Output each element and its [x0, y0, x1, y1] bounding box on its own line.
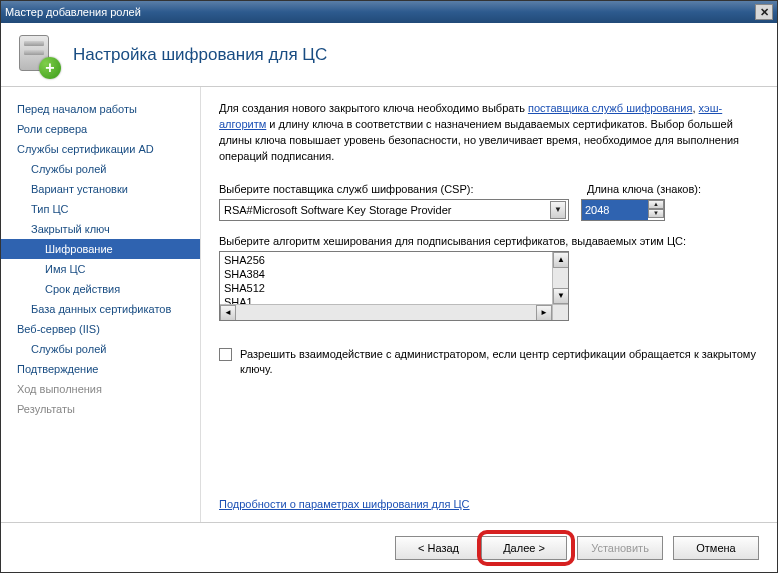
wizard-header: + Настройка шифрования для ЦС: [1, 23, 777, 87]
encryption-details-link[interactable]: Подробности о параметрах шифрования для …: [219, 498, 759, 510]
hash-option-sha384[interactable]: SHA384: [222, 267, 566, 281]
close-button[interactable]: ✕: [755, 4, 773, 20]
cancel-button[interactable]: Отмена: [673, 536, 759, 560]
wizard-main: Для создания нового закрытого ключа необ…: [201, 87, 777, 522]
wizard-footer: < Назад Далее > Установить Отмена: [1, 522, 777, 572]
hash-label: Выберите алгоритм хеширования для подпис…: [219, 235, 759, 247]
allow-admin-label: Разрешить взаимодействие с администратор…: [240, 347, 759, 378]
sidebar-item-15: Результаты: [1, 399, 200, 419]
intro-post: и длину ключа в соответствии с назначени…: [219, 118, 739, 162]
sidebar-item-11[interactable]: Веб-сервер (IIS): [1, 319, 200, 339]
hash-listbox[interactable]: SHA256SHA384SHA512SHA1 ▲ ▼ ◄ ►: [219, 251, 569, 321]
chevron-down-icon[interactable]: ▼: [550, 201, 566, 219]
sidebar-item-2[interactable]: Службы сертификации AD: [1, 139, 200, 159]
intro-text: Для создания нового закрытого ключа необ…: [219, 101, 759, 165]
sidebar-item-10[interactable]: База данных сертификатов: [1, 299, 200, 319]
sidebar-item-0[interactable]: Перед началом работы: [1, 99, 200, 119]
page-title: Настройка шифрования для ЦС: [73, 45, 327, 65]
sidebar-item-13[interactable]: Подтверждение: [1, 359, 200, 379]
vertical-scrollbar[interactable]: ▲ ▼: [552, 252, 568, 304]
sidebar-item-7[interactable]: Шифрование: [1, 239, 200, 259]
allow-admin-checkbox[interactable]: [219, 348, 232, 361]
next-button[interactable]: Далее >: [481, 536, 567, 560]
keylen-spin-up[interactable]: ▲: [648, 200, 664, 209]
wizard-window: Мастер добавления ролей ✕ + Настройка ши…: [0, 0, 778, 573]
install-button: Установить: [577, 536, 663, 560]
keylen-spin-down[interactable]: ▼: [648, 209, 664, 218]
scroll-down-icon[interactable]: ▼: [553, 288, 569, 304]
intro-pre: Для создания нового закрытого ключа необ…: [219, 102, 528, 114]
hash-option-sha256[interactable]: SHA256: [222, 253, 566, 267]
hash-option-sha512[interactable]: SHA512: [222, 281, 566, 295]
sidebar-item-8[interactable]: Имя ЦС: [1, 259, 200, 279]
sidebar-item-14: Ход выполнения: [1, 379, 200, 399]
scroll-up-icon[interactable]: ▲: [553, 252, 569, 268]
wizard-sidebar: Перед началом работыРоли сервераСлужбы с…: [1, 87, 201, 522]
wizard-body: Перед началом работыРоли сервераСлужбы с…: [1, 87, 777, 522]
keylen-label: Длина ключа (знаков):: [587, 183, 701, 195]
sidebar-item-1[interactable]: Роли сервера: [1, 119, 200, 139]
horizontal-scrollbar[interactable]: ◄ ►: [220, 304, 552, 320]
back-button[interactable]: < Назад: [395, 536, 481, 560]
csp-value: RSA#Microsoft Software Key Storage Provi…: [224, 204, 451, 216]
csp-select[interactable]: RSA#Microsoft Software Key Storage Provi…: [219, 199, 569, 221]
keylen-input[interactable]: 2048 ▲ ▼: [581, 199, 665, 221]
sidebar-item-9[interactable]: Срок действия: [1, 279, 200, 299]
sidebar-item-4[interactable]: Вариант установки: [1, 179, 200, 199]
scroll-corner: [552, 304, 568, 320]
keylen-value: 2048: [582, 200, 648, 220]
csp-link[interactable]: поставщика служб шифрования: [528, 102, 693, 114]
csp-label: Выберите поставщика служб шифрования (CS…: [219, 183, 569, 195]
scroll-left-icon[interactable]: ◄: [220, 305, 236, 321]
sidebar-item-12[interactable]: Службы ролей: [1, 339, 200, 359]
server-plus-icon: +: [15, 33, 59, 77]
scroll-right-icon[interactable]: ►: [536, 305, 552, 321]
sidebar-item-5[interactable]: Тип ЦС: [1, 199, 200, 219]
window-title: Мастер добавления ролей: [5, 6, 141, 18]
titlebar: Мастер добавления ролей ✕: [1, 1, 777, 23]
sidebar-item-3[interactable]: Службы ролей: [1, 159, 200, 179]
sidebar-item-6[interactable]: Закрытый ключ: [1, 219, 200, 239]
